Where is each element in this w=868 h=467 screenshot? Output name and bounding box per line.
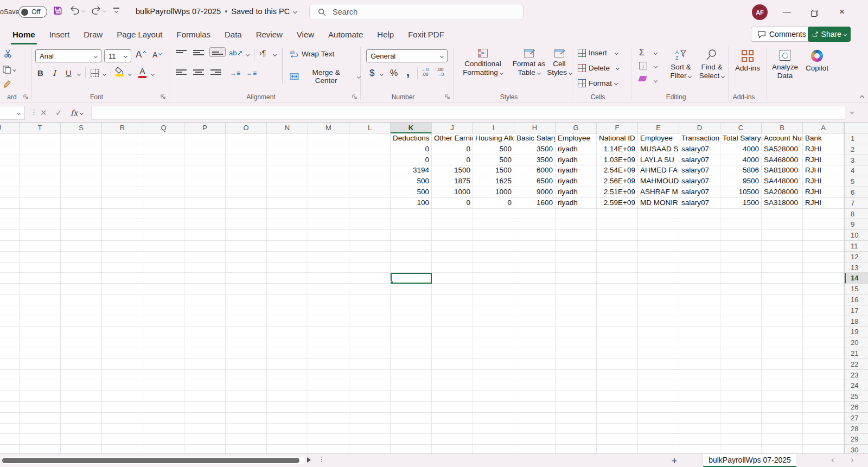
column-header-O[interactable]: O (226, 123, 267, 133)
cell-E21[interactable] (638, 348, 679, 359)
cell-C30[interactable] (720, 445, 762, 453)
cell-F19[interactable] (597, 327, 638, 337)
cell-C26[interactable] (720, 402, 762, 413)
cell-D27[interactable] (679, 413, 720, 424)
cell-D28[interactable] (679, 424, 720, 434)
cell-A16[interactable] (803, 295, 844, 305)
cell-G5[interactable]: riyadh (556, 176, 597, 187)
row-header-30[interactable]: 30 (845, 445, 868, 453)
cell-H7[interactable]: 1600 (514, 198, 556, 209)
cell-P21[interactable] (184, 348, 226, 359)
cell-C9[interactable] (720, 219, 762, 230)
cell-S8[interactable] (61, 209, 102, 220)
cell-B8[interactable] (762, 209, 803, 220)
cell-S5[interactable] (61, 176, 102, 187)
cell-H15[interactable] (514, 284, 556, 295)
tab-view[interactable]: View (290, 24, 321, 44)
clear-button[interactable] (639, 76, 646, 81)
cell-P5[interactable] (184, 176, 226, 187)
cell-M4[interactable] (308, 165, 349, 176)
cell-B16[interactable] (762, 295, 803, 305)
cell-N27[interactable] (267, 413, 308, 424)
cell-L19[interactable] (349, 327, 391, 337)
cell-N3[interactable] (267, 155, 308, 166)
cell-B11[interactable] (762, 241, 803, 252)
font-color-button[interactable]: A (138, 66, 146, 78)
cell-B21[interactable] (762, 348, 803, 359)
cell-H10[interactable] (514, 230, 556, 241)
cell-Q2[interactable] (143, 144, 184, 155)
cell-G30[interactable] (556, 445, 597, 453)
fill-dropdown-icon[interactable] (654, 65, 658, 68)
undo-dropdown-icon[interactable] (81, 8, 85, 12)
cell-P18[interactable] (184, 316, 226, 327)
cell-D17[interactable] (679, 305, 720, 316)
cell-I11[interactable] (473, 241, 514, 252)
cell-K18[interactable] (391, 316, 432, 327)
wrap-text-button[interactable]: ab Wrap Text (290, 50, 334, 58)
cut-button[interactable] (3, 49, 12, 58)
cell-P28[interactable] (184, 424, 226, 434)
cell-G11[interactable] (556, 241, 597, 252)
cell-D29[interactable] (679, 434, 720, 445)
cell-O19[interactable] (226, 327, 267, 337)
cell-G1[interactable]: Employee (556, 133, 597, 144)
cell-C16[interactable] (720, 295, 762, 305)
cell-C10[interactable] (720, 230, 762, 241)
cell-Q10[interactable] (143, 230, 184, 241)
cell-L1[interactable] (349, 133, 391, 144)
cell-F4[interactable]: 2.54E+09 (597, 165, 638, 176)
formula-input[interactable] (91, 106, 845, 120)
cell-K28[interactable] (391, 424, 432, 434)
cell-T1[interactable] (20, 133, 61, 144)
cell-O7[interactable] (226, 198, 267, 209)
cell-B6[interactable]: SA208000 (762, 187, 803, 198)
cell-I2[interactable]: 500 (473, 144, 514, 155)
cell-U23[interactable] (0, 370, 20, 381)
cell-L2[interactable] (349, 144, 391, 155)
cell-T22[interactable] (20, 359, 61, 370)
cell-J14[interactable] (432, 273, 473, 284)
cell-B2[interactable]: SA528000 (762, 144, 803, 155)
cell-G27[interactable] (556, 413, 597, 424)
cell-D12[interactable] (679, 252, 720, 263)
cell-C13[interactable] (720, 263, 762, 273)
cell-I3[interactable]: 500 (473, 155, 514, 166)
cell-L24[interactable] (349, 380, 391, 391)
cell-K15[interactable] (391, 284, 432, 295)
cell-A7[interactable]: RJHI (803, 198, 844, 209)
cell-J19[interactable] (432, 327, 473, 337)
underline-dropdown-icon[interactable] (77, 72, 81, 76)
cell-K3[interactable]: 0 (391, 155, 432, 166)
align-right-button[interactable] (210, 69, 221, 75)
cell-I16[interactable] (473, 295, 514, 305)
decrease-indent-button[interactable]: ←≡ (246, 69, 257, 77)
cell-S25[interactable] (61, 391, 102, 402)
cell-T3[interactable] (20, 155, 61, 166)
formula-bar-grip[interactable]: ⋮ (30, 108, 37, 116)
cell-D25[interactable] (679, 391, 720, 402)
cell-S14[interactable] (61, 273, 102, 284)
cell-P13[interactable] (184, 263, 226, 273)
cell-H16[interactable] (514, 295, 556, 305)
cell-Q30[interactable] (143, 445, 184, 453)
cell-U30[interactable] (0, 445, 20, 453)
column-header-B[interactable]: B (762, 123, 803, 133)
cell-L20[interactable] (349, 337, 391, 348)
cell-N26[interactable] (267, 402, 308, 413)
middle-align-button[interactable] (193, 50, 204, 55)
cell-I15[interactable] (473, 284, 514, 295)
cell-O1[interactable] (226, 133, 267, 144)
italic-button[interactable]: I (53, 68, 56, 78)
cell-D20[interactable] (679, 337, 720, 348)
name-box[interactable] (0, 106, 25, 120)
cell-H3[interactable]: 3500 (514, 155, 556, 166)
cell-I19[interactable] (473, 327, 514, 337)
cell-U10[interactable] (0, 230, 20, 241)
cell-J25[interactable] (432, 391, 473, 402)
cell-J2[interactable]: 0 (432, 144, 473, 155)
cell-F16[interactable] (597, 295, 638, 305)
cell-F22[interactable] (597, 359, 638, 370)
cell-M19[interactable] (308, 327, 349, 337)
cell-K10[interactable] (391, 230, 432, 241)
